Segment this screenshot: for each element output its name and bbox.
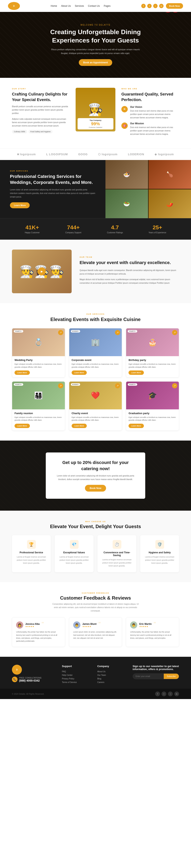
event-title-charity: Charity event [72,412,119,415]
event-title-family: Family reunion [15,412,62,415]
company-link-0[interactable]: About Us [97,671,127,673]
footer: D 📞 FREE CONSULTATIONS (888) 4000-0342 S… [0,657,191,689]
events-header: Our Services Elevating Events with Exqui… [12,313,179,322]
event-action-birthday[interactable]: ↗ [172,330,177,335]
catering-right: 🍜 🍗 🥗 🌶️ [105,160,191,218]
reviewer-name-1: Jessica Alba [25,623,39,625]
footer-bottom: © 2024 Delatte. All Rights Reserved. f t… [0,689,191,699]
company-links: About Us Our Team Blog Careers [97,671,127,683]
chef-badge: Top Company 99% Customer Satisfied [78,118,113,129]
footer-brand: D 📞 FREE CONSULTATIONS (888) 4000-0342 [12,665,56,685]
event-card-wedding: PARTY ↗ 💍 Wedding Party Eget volutpat co… [12,328,65,377]
footer-contact: 📞 FREE CONSULTATIONS (888) 4000-0342 [12,677,56,682]
vision-text: Duis erat vivamus sed viverra vitae puru… [130,109,179,119]
company-link-1[interactable]: Our Team [97,674,127,676]
event-title-birthday: Birthday party [129,359,176,362]
play-button[interactable]: ▶ [38,268,46,275]
facebook-icon[interactable]: f [141,4,146,8]
footer-facebook-icon[interactable]: f [155,691,160,696]
event-action-wedding[interactable]: ↗ [58,330,63,335]
feature-title-convenience: Convenience and Time-Saving [101,551,133,557]
company-link-2[interactable]: Blog [97,678,127,680]
satisfaction-pct: 99% [80,121,111,126]
about-desc2: Adipisci nulla vulputate euismod consequ… [12,117,70,127]
values-icon: 💎 [70,540,79,549]
team-label: Our Team [80,256,179,258]
social-links: f t i in [141,4,164,8]
testimonial-1: 👩 Jessica Alba ★★★★★ " Unfortunately, th… [12,617,65,647]
footer-instagram-icon[interactable]: i [168,691,173,696]
event-cta-corporate[interactable]: Learn More [72,370,87,375]
company-link-3[interactable]: Careers [97,681,127,683]
nav-home[interactable]: Home [51,5,57,7]
events-section: Our Services Elevating Events with Exqui… [0,303,191,440]
event-cta-charity[interactable]: Learn More [72,424,87,428]
nav-services[interactable]: Services [75,5,84,7]
hero-title: Creating Unforgettable Dining Experience… [46,28,145,44]
hero-tag: Welcome to Delatte [80,24,110,26]
event-cta-wedding[interactable]: Learn More [15,370,30,375]
nav-pages[interactable]: Pages [104,5,110,7]
testimonials-title: Customer Feedback & Reviews [12,595,179,601]
event-img-birthday: PARTY ↗ 🎂 [126,329,179,356]
discount-cta-button[interactable]: Book Now [85,485,106,492]
contact-phone[interactable]: (888) 4000-0342 [19,679,42,682]
footer-company: Company About Us Our Team Blog Careers [97,665,127,685]
event-action-corporate[interactable]: ↗ [115,330,120,335]
instagram-icon[interactable]: i [153,4,158,8]
event-cta-graduation[interactable]: Learn More [129,424,144,428]
stars-1: ★★★★★ [25,625,39,627]
vision-label: Our Vision [130,105,179,108]
event-cta-family[interactable]: Learn More [15,424,30,428]
footer-twitter-icon[interactable]: t [162,691,166,696]
stat-experience-label: Years of Experience [148,231,166,234]
logo-3: ⬡ logoipsum [98,153,117,156]
hero-section: Welcome to Delatte Creating Unforgettabl… [0,12,191,78]
catering-learn-button[interactable]: Learn More [10,202,30,208]
support-link-2[interactable]: Privacy Policy [62,678,91,680]
vision-box: 👁 Our Vision Duis erat vivamus sed viver… [121,105,179,119]
stat-happy: 41K+ Happy Customer [25,224,39,234]
logos-bar: ▣ logoipsum L LOGOIPSUM GOOG ⬡ logoipsum… [0,149,191,160]
about-right-label: Who We Are [121,88,179,90]
tag-culinary: Culinary Skills [12,130,27,133]
chef-image: 👩‍🍳 Top Company 99% Customer Satisfied [76,88,115,131]
event-body-family: Family reunion Eget volutpat convallis a… [12,409,65,430]
support-links: FAQ Help Center Privacy Policy Terms of … [62,671,91,683]
about-section: Our Story Crafting Culinary Delights for… [0,78,191,149]
event-img-family: PARTY ↗ 👨‍👩‍👧‍👦 [12,381,65,409]
about-desc1: Blandit pretium convallis accumsan prete… [12,105,70,115]
mission-label: Our Mission [130,122,179,125]
event-cta-birthday[interactable]: Learn More [129,370,144,375]
appointment-button[interactable]: Book an Appointment [79,59,112,66]
event-action-family[interactable]: ↗ [58,383,63,388]
company-label: Top Company [80,119,111,121]
support-heading: Support [62,665,91,668]
newsletter-submit[interactable]: Subscribe [164,674,179,679]
event-action-charity[interactable]: ↗ [115,383,120,388]
event-action-graduation[interactable]: ↗ [172,383,177,388]
avatar-2: 👨 [73,621,80,628]
hero-description: Risus pretium adipiscing consectetur con… [48,48,143,55]
event-tag-graduation: PARTY [128,383,137,386]
event-desc-family: Eget volutpat convallis a tincidunt eu m… [15,416,62,422]
vision-icon: 👁 [121,106,128,112]
footer-linkedin-icon[interactable]: in [174,691,179,696]
support-link-3[interactable]: Terms of Service [62,681,91,683]
stat-experience: 25+ Years of Experience [148,224,166,234]
nav-about[interactable]: About Us [61,5,71,7]
newsletter-input[interactable] [133,674,164,679]
support-link-1[interactable]: Help Center [62,674,91,676]
support-link-0[interactable]: FAQ [62,671,91,673]
book-now-button[interactable]: Book Now [166,3,183,9]
stars-2: ★★★★★ [82,625,97,627]
about-left: Our Story Crafting Culinary Delights for… [12,88,70,136]
nav-contact[interactable]: Contact Us [88,5,100,7]
linkedin-icon[interactable]: in [159,4,164,8]
team-image: 👨‍🍳👩‍🍳👨‍🍳 ▶ [12,250,72,293]
logo-0: ▣ logoipsum [17,153,36,156]
event-card-charity: EVENT ↗ ❤️ Charity event Eget volutpat c… [69,381,122,431]
mission-box: 🎯 Our Mission Duis erat vivamus sed vive… [121,122,179,136]
twitter-icon[interactable]: t [147,4,152,8]
testimonial-text-1: Unfortunately, the printer has failed, b… [16,630,61,643]
